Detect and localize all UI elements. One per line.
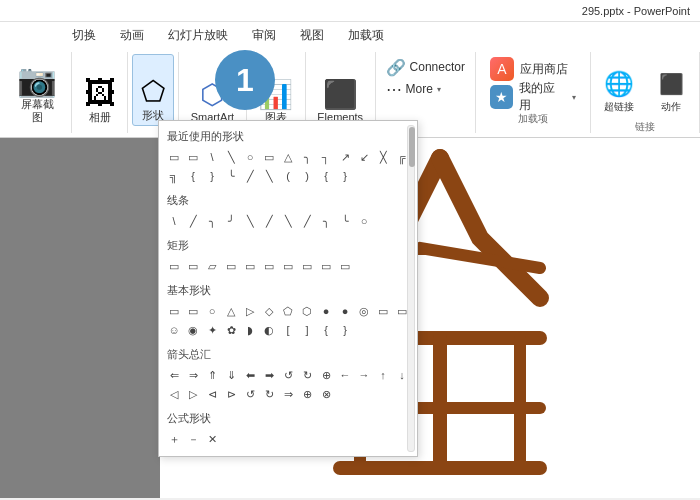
shape-item[interactable]: ▭ <box>336 257 354 275</box>
tab-switch[interactable]: 切换 <box>60 22 108 48</box>
shape-item[interactable]: ▱ <box>203 257 221 275</box>
shape-item[interactable]: ↺ <box>279 366 297 384</box>
shape-item[interactable]: ╰ <box>336 212 354 230</box>
shape-item[interactable]: ⊕ <box>298 385 316 403</box>
shape-item[interactable]: ╗ <box>165 167 183 185</box>
shape-item[interactable]: ╱ <box>184 212 202 230</box>
shape-item[interactable]: ╮ <box>203 212 221 230</box>
shape-item[interactable]: { <box>317 321 335 339</box>
shape-item[interactable]: ◎ <box>355 302 373 320</box>
shape-item[interactable]: ◐ <box>260 321 278 339</box>
shape-item[interactable]: ▭ <box>260 257 278 275</box>
shape-item[interactable]: ( <box>279 167 297 185</box>
shape-item[interactable]: ⊳ <box>222 385 240 403</box>
shape-item[interactable]: ⇑ <box>203 366 221 384</box>
elements-button[interactable]: ⬛ Elements <box>313 54 367 126</box>
shape-item[interactable]: ╳ <box>374 148 392 166</box>
shape-item[interactable]: ) <box>298 167 316 185</box>
shape-item[interactable]: { <box>184 167 202 185</box>
tab-view[interactable]: 视图 <box>288 22 336 48</box>
shape-item[interactable]: ╲ <box>241 212 259 230</box>
shape-item[interactable]: ╱ <box>298 212 316 230</box>
shape-item[interactable]: ↻ <box>298 366 316 384</box>
shape-item[interactable]: \ <box>203 148 221 166</box>
shape-item[interactable]: ○ <box>355 212 373 230</box>
shape-item[interactable]: ✕ <box>203 430 221 448</box>
shape-item[interactable]: ↺ <box>241 385 259 403</box>
shape-item[interactable]: ⇓ <box>222 366 240 384</box>
shape-item[interactable]: ▭ <box>165 302 183 320</box>
shape-item[interactable]: ◁ <box>165 385 183 403</box>
shape-item[interactable]: ○ <box>241 148 259 166</box>
action-button[interactable]: ⬛ 动作 <box>647 56 695 116</box>
shape-item[interactable]: ✦ <box>203 321 221 339</box>
hyperlink-button[interactable]: 🌐 超链接 <box>595 56 643 116</box>
shape-item[interactable]: ➡ <box>260 366 278 384</box>
shape-item[interactable]: { <box>317 167 335 185</box>
shape-item[interactable]: ▷ <box>241 302 259 320</box>
shape-item[interactable]: ☺ <box>165 321 183 339</box>
shape-item[interactable]: ▭ <box>165 257 183 275</box>
myapp-button[interactable]: ★ 我的应用 ▾ <box>484 84 582 110</box>
shape-item[interactable]: ╱ <box>260 212 278 230</box>
shape-item[interactable]: ▭ <box>260 148 278 166</box>
shape-item[interactable]: ╱ <box>241 167 259 185</box>
shape-item[interactable]: ╯ <box>222 212 240 230</box>
shape-item[interactable]: ▭ <box>222 257 240 275</box>
appstore-button[interactable]: A 应用商店 <box>484 56 582 82</box>
shape-item[interactable]: ⬠ <box>279 302 297 320</box>
shape-item[interactable]: ＋ <box>165 430 183 448</box>
shape-item[interactable]: ✿ <box>222 321 240 339</box>
album-button[interactable]: 🖼 相册 <box>80 54 120 126</box>
shape-item[interactable]: } <box>336 321 354 339</box>
shape-item[interactable]: ▭ <box>184 257 202 275</box>
shape-item[interactable]: ╮ <box>317 212 335 230</box>
shape-item[interactable]: ╲ <box>222 148 240 166</box>
shape-item[interactable]: ▭ <box>298 257 316 275</box>
shape-item[interactable]: ● <box>336 302 354 320</box>
shape-item[interactable]: ▷ <box>184 385 202 403</box>
shape-item[interactable]: \ <box>165 212 183 230</box>
shape-item[interactable]: ▭ <box>184 302 202 320</box>
shape-item[interactable]: ] <box>298 321 316 339</box>
shape-item[interactable]: → <box>355 366 373 384</box>
shapes-button[interactable]: ⬠ 形状 <box>132 54 174 126</box>
shape-item[interactable]: △ <box>279 148 297 166</box>
shape-item[interactable]: ⇐ <box>165 366 183 384</box>
shape-item[interactable]: ● <box>317 302 335 320</box>
shape-item[interactable]: } <box>336 167 354 185</box>
shape-item[interactable]: ⊗ <box>317 385 335 403</box>
shape-item[interactable]: ╮ <box>298 148 316 166</box>
shape-item[interactable]: ○ <box>203 302 221 320</box>
shape-item[interactable]: ↻ <box>260 385 278 403</box>
shape-item[interactable]: ▭ <box>374 302 392 320</box>
shape-item[interactable]: ▭ <box>241 257 259 275</box>
shape-item[interactable]: ⇒ <box>184 366 202 384</box>
shape-item[interactable]: ↙ <box>355 148 373 166</box>
shape-item[interactable]: ╲ <box>279 212 297 230</box>
more-button[interactable]: ⋯ More ▾ <box>380 78 471 100</box>
tab-slideshow[interactable]: 幻灯片放映 <box>156 22 240 48</box>
shape-item[interactable]: ← <box>336 366 354 384</box>
dropdown-scrollbar[interactable] <box>407 125 415 452</box>
shape-item[interactable]: ↑ <box>374 366 392 384</box>
shape-item[interactable]: ⬡ <box>298 302 316 320</box>
shape-item[interactable]: ▭ <box>279 257 297 275</box>
shape-item[interactable]: ⊲ <box>203 385 221 403</box>
screenshot-button[interactable]: 📷 屏幕截图 <box>12 54 63 126</box>
tab-review[interactable]: 审阅 <box>240 22 288 48</box>
shape-item[interactable]: ⬅ <box>241 366 259 384</box>
shape-item[interactable]: ◉ <box>184 321 202 339</box>
shape-item[interactable]: ⇒ <box>279 385 297 403</box>
shape-item[interactable]: ╲ <box>260 167 278 185</box>
shape-item[interactable]: ▭ <box>317 257 335 275</box>
tab-animation[interactable]: 动画 <box>108 22 156 48</box>
shape-item[interactable]: ▭ <box>184 148 202 166</box>
shape-item[interactable]: － <box>184 430 202 448</box>
shape-item[interactable]: ⊕ <box>317 366 335 384</box>
shape-item[interactable]: ┐ <box>317 148 335 166</box>
shape-item[interactable]: } <box>203 167 221 185</box>
shape-item[interactable]: [ <box>279 321 297 339</box>
tab-addins[interactable]: 加载项 <box>336 22 396 48</box>
shape-item[interactable]: ◗ <box>241 321 259 339</box>
